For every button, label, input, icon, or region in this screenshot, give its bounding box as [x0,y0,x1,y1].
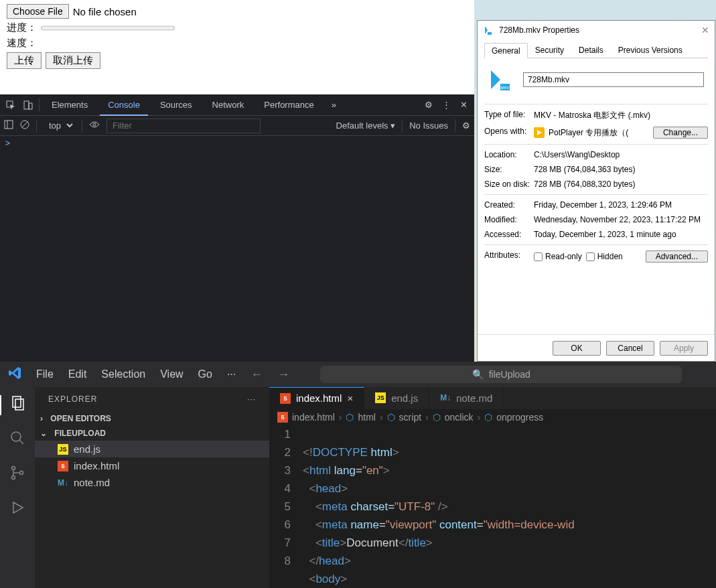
svg-rect-16 [15,399,23,410]
menu-selection[interactable]: Selection [101,368,145,380]
menu-view[interactable]: View [160,368,183,380]
potplayer-icon [534,127,545,138]
no-file-label: No file chosen [73,6,137,17]
svg-marker-22 [13,502,23,513]
accessed-value: Today, December 1, 2023, 1 minute ago [534,230,708,239]
close-icon[interactable]: ✕ [701,25,709,35]
breadcrumb[interactable]: 5index.html ›⬡ html ›⬡ script ›⬡ onclick… [269,409,716,425]
menu-file[interactable]: File [36,368,54,380]
advanced-button[interactable]: Advanced... [646,250,708,263]
search-icon: 🔍 [472,369,484,380]
tab-indexhtml[interactable]: 5index.html× [269,387,364,409]
inspect-icon[interactable] [4,98,17,112]
file-endjs[interactable]: JSend.js [35,441,269,457]
location-value: C:\Users\Wang\Desktop [534,150,708,159]
tab-sources[interactable]: Sources [152,94,200,116]
eye-icon[interactable] [89,121,100,131]
source-control-icon[interactable] [9,465,25,485]
activity-bar [0,387,35,588]
md-icon: M↓ [58,477,68,488]
kebab-icon[interactable]: ⋮ [439,98,453,112]
speed-label: 速度： [7,37,37,50]
menu-edit[interactable]: Edit [68,368,87,380]
file-indexhtml[interactable]: 5index.html [35,457,269,474]
run-debug-icon[interactable] [9,500,25,520]
progress-label: 进度： [7,21,37,34]
size-value: 728 MB (764,084,363 bytes) [534,165,708,174]
tabs-more[interactable]: » [326,100,342,110]
explorer-more-icon[interactable]: ··· [247,394,256,404]
nav-back-icon[interactable]: ← [250,368,263,382]
readonly-checkbox[interactable]: Read-only [534,252,582,261]
tab-performance[interactable]: Performance [256,94,321,116]
tab-general[interactable]: General [484,43,528,58]
explorer-icon[interactable] [0,395,35,415]
upload-button[interactable]: 上传 [7,52,42,69]
dialog-titlebar[interactable]: 728Mb.mkv Properties ✕ [478,21,715,40]
console-body[interactable]: > [0,136,474,151]
svg-point-20 [12,476,15,480]
line-gutter: 12345678 [269,425,303,588]
explorer-title: EXPLORER [48,394,97,404]
no-issues-label: No Issues [409,121,448,131]
console-toolbar: top Default levels ▾ No Issues ⚙ [0,116,474,136]
file-notemd[interactable]: M↓note.md [35,474,269,491]
js-icon: JS [58,444,68,455]
attributes-key: Attributes: [484,250,534,263]
svg-line-6 [22,122,27,127]
tab-console[interactable]: Console [100,94,148,116]
menu-go[interactable]: Go [198,368,212,380]
svg-point-19 [12,467,15,470]
menu-more[interactable]: ··· [227,368,236,380]
search-activity-icon[interactable] [9,430,25,450]
close-tab-icon[interactable]: × [347,392,353,404]
tab-endjs[interactable]: JSend.js [364,387,429,409]
tab-security[interactable]: Security [528,42,571,58]
change-button[interactable]: Change... [653,127,708,139]
created-value: Friday, December 1, 2023, 1:29:46 PM [534,200,708,210]
clear-console-icon[interactable] [20,120,29,131]
props-tabs: General Security Details Previous Versio… [484,42,708,58]
code-editor[interactable]: 12345678 <!DOCTYPE html> <html lang="en"… [269,425,716,588]
tab-network[interactable]: Network [204,94,253,116]
levels-dropdown[interactable]: Default levels ▾ [336,121,396,131]
context-selector[interactable]: top [44,119,75,133]
filter-input[interactable] [106,119,261,133]
svg-rect-1 [24,101,29,109]
svg-text:MKV: MKV [500,86,509,90]
tab-notemd[interactable]: M↓note.md [429,387,504,409]
opens-value: PotPlayer 专用播放（( [549,127,628,139]
progress-bar [41,23,175,33]
chevron-down-icon: ⌄ [40,429,47,438]
type-key: Type of file: [484,110,534,121]
svg-rect-3 [5,121,13,129]
svg-line-18 [19,440,23,444]
gear-icon[interactable]: ⚙ [422,98,435,112]
modified-value: Wednesday, November 22, 2023, 11:17:22 P… [534,215,708,224]
cancel-button[interactable]: Cancel [606,341,654,356]
cancel-upload-button[interactable]: 取消上传 [46,52,100,69]
command-center[interactable]: 🔍 fileUpload [320,366,682,383]
filename-input[interactable] [523,72,704,87]
close-icon[interactable]: ✕ [457,98,470,112]
nav-forward-icon[interactable]: → [277,368,289,382]
project-section[interactable]: ⌄ FILEUPLOAD [35,426,269,441]
apply-button[interactable]: Apply [660,341,708,356]
svg-marker-8 [485,26,488,34]
tab-previous-versions[interactable]: Previous Versions [611,42,690,58]
html-icon: 5 [58,461,68,471]
console-gear-icon[interactable]: ⚙ [462,121,470,131]
location-key: Location: [484,150,534,159]
device-toggle-icon[interactable] [21,98,35,112]
svg-rect-2 [29,103,32,109]
choose-file-button[interactable]: Choose File [7,4,69,19]
tab-elements[interactable]: Elements [44,94,96,116]
editor-area: 5index.html× JSend.js M↓note.md 5index.h… [269,387,716,588]
ok-button[interactable]: OK [553,341,601,356]
open-editors-section[interactable]: › OPEN EDITORS [35,411,269,426]
hidden-checkbox[interactable]: Hidden [586,252,623,261]
sidebar-toggle-icon[interactable] [4,120,13,131]
console-prompt: > [5,139,10,148]
tab-details[interactable]: Details [571,42,611,58]
vscode-logo-icon [8,366,21,382]
